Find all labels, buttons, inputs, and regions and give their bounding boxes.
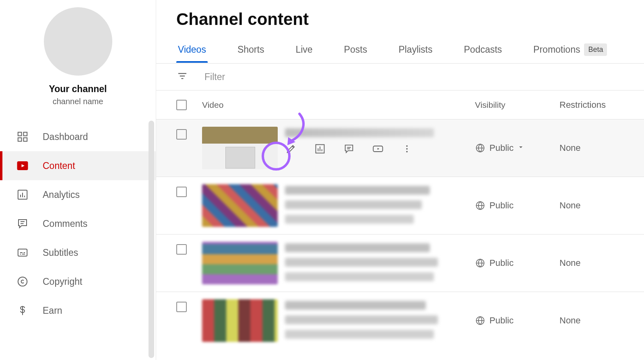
page-title: Channel content xyxy=(156,0,644,36)
tab-posts[interactable]: Posts xyxy=(343,37,369,62)
video-title-blurred xyxy=(285,330,434,339)
visibility-text: Public xyxy=(489,143,514,153)
table-header: Video Visibility Restrictions xyxy=(156,91,644,119)
restrictions-cell: None xyxy=(559,143,624,153)
comments-icon xyxy=(16,217,29,230)
video-thumbnail[interactable] xyxy=(202,127,278,169)
analytics-icon[interactable] xyxy=(314,143,326,155)
sidebar-item-label: Dashboard xyxy=(43,132,88,142)
sidebar-item-analytics[interactable]: Analytics xyxy=(0,180,156,209)
table-row[interactable]: Public None xyxy=(156,177,644,235)
globe-icon xyxy=(475,258,485,268)
visibility-text: Public xyxy=(489,315,514,326)
row-checkbox[interactable] xyxy=(176,187,187,197)
sidebar-item-copyright[interactable]: Copyright xyxy=(0,267,156,296)
video-title-blurred xyxy=(285,186,430,195)
video-title-blurred xyxy=(285,243,430,252)
svg-point-30 xyxy=(406,148,408,150)
svg-rect-0 xyxy=(18,132,22,136)
sidebar-item-label: Analytics xyxy=(43,189,80,200)
filter-input[interactable] xyxy=(204,72,365,82)
tab-playlists[interactable]: Playlists xyxy=(397,37,434,62)
video-title-blurred xyxy=(285,258,438,267)
subtitles-icon xyxy=(16,246,29,259)
sidebar: Your channel channel name Dashboard Cont… xyxy=(0,0,156,360)
sidebar-item-label: Earn xyxy=(43,305,62,316)
row-actions xyxy=(285,143,475,155)
chevron-down-icon xyxy=(518,144,526,152)
filter-icon[interactable] xyxy=(176,70,188,84)
sidebar-item-earn[interactable]: Earn xyxy=(0,296,156,325)
tab-promotions[interactable]: Promotions Beta xyxy=(532,36,609,63)
video-title-blurred xyxy=(285,301,426,310)
analytics-icon xyxy=(16,188,29,201)
copyright-icon xyxy=(16,275,29,288)
visibility-text: Public xyxy=(489,258,514,268)
video-thumbnail[interactable] xyxy=(202,184,278,227)
content-icon xyxy=(16,159,29,172)
sidebar-item-comments[interactable]: Comments xyxy=(0,209,156,238)
dashboard-icon xyxy=(16,130,29,143)
video-thumbnail[interactable] xyxy=(202,299,278,342)
tab-podcasts[interactable]: Podcasts xyxy=(462,37,504,62)
svg-rect-1 xyxy=(24,132,27,136)
globe-icon xyxy=(475,315,485,326)
visibility-cell[interactable]: Public xyxy=(475,315,559,326)
svg-point-29 xyxy=(406,145,408,147)
filter-row xyxy=(156,64,644,91)
youtube-icon[interactable] xyxy=(372,143,384,155)
table-row[interactable]: Public None xyxy=(156,292,644,349)
sidebar-scrollbar[interactable] xyxy=(149,121,154,358)
select-all-checkbox[interactable] xyxy=(176,100,187,110)
sidebar-item-dashboard[interactable]: Dashboard xyxy=(0,122,156,151)
sidebar-item-label: Copyright xyxy=(43,276,82,287)
svg-rect-3 xyxy=(24,138,27,142)
table-row[interactable]: Public None xyxy=(156,119,644,177)
sidebar-item-label: Content xyxy=(43,160,75,171)
column-header-video[interactable]: Video xyxy=(202,100,475,110)
tab-live[interactable]: Live xyxy=(294,37,314,62)
video-table: Video Visibility Restrictions xyxy=(156,91,644,360)
sidebar-nav: Dashboard Content Analytics Comments xyxy=(0,122,156,325)
visibility-text: Public xyxy=(489,200,514,211)
beta-badge: Beta xyxy=(584,43,607,56)
restrictions-cell: None xyxy=(559,315,624,326)
sidebar-item-content[interactable]: Content xyxy=(0,151,156,180)
svg-point-31 xyxy=(406,151,408,152)
column-header-restrictions[interactable]: Restrictions xyxy=(559,100,624,110)
tab-videos[interactable]: Videos xyxy=(176,37,208,62)
earn-icon xyxy=(16,304,29,317)
profile-title: Your channel xyxy=(49,84,107,95)
svg-marker-28 xyxy=(378,148,380,150)
row-checkbox[interactable] xyxy=(176,302,187,312)
restrictions-cell: None xyxy=(559,200,624,211)
video-title-blurred xyxy=(285,200,422,209)
tab-label: Promotions xyxy=(533,44,580,55)
visibility-cell[interactable]: Public xyxy=(475,143,559,153)
video-title-blurred xyxy=(285,128,434,137)
avatar[interactable] xyxy=(44,7,112,76)
sidebar-item-label: Comments xyxy=(43,218,87,229)
video-thumbnail[interactable] xyxy=(202,242,278,284)
video-title-blurred xyxy=(285,272,434,281)
tab-shorts[interactable]: Shorts xyxy=(236,37,266,62)
profile-block: Your channel channel name xyxy=(0,0,156,116)
edit-icon[interactable] xyxy=(285,143,297,155)
svg-point-17 xyxy=(18,277,27,286)
video-title-blurred xyxy=(285,315,438,324)
restrictions-cell: None xyxy=(559,258,624,268)
visibility-cell[interactable]: Public xyxy=(475,200,559,211)
sidebar-item-label: Subtitles xyxy=(43,247,78,258)
main-content: Channel content Videos Shorts Live Posts… xyxy=(156,0,644,360)
row-checkbox[interactable] xyxy=(176,129,187,140)
sidebar-item-subtitles[interactable]: Subtitles xyxy=(0,238,156,267)
globe-icon xyxy=(475,143,485,153)
visibility-cell[interactable]: Public xyxy=(475,258,559,268)
video-title-blurred xyxy=(285,215,414,224)
content-tabs: Videos Shorts Live Posts Playlists Podca… xyxy=(156,36,644,64)
comments-icon[interactable] xyxy=(343,143,355,155)
table-row[interactable]: Public None xyxy=(156,235,644,292)
column-header-visibility[interactable]: Visibility xyxy=(475,100,559,110)
row-checkbox[interactable] xyxy=(176,244,187,255)
more-icon[interactable] xyxy=(401,143,413,155)
